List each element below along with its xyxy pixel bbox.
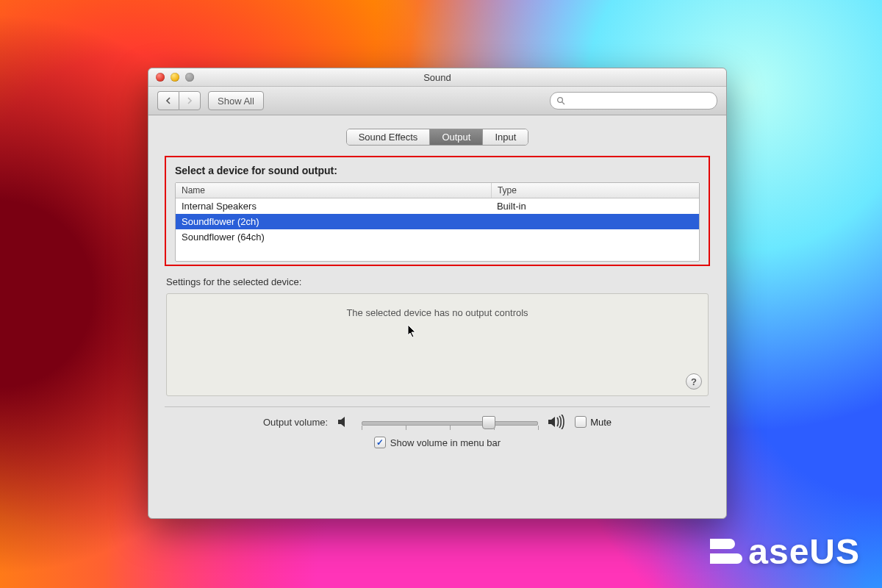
- device-type: [491, 214, 699, 229]
- device-name: Soundflower (64ch): [176, 229, 491, 245]
- output-volume-label: Output volume:: [263, 417, 328, 428]
- tab-sound-effects[interactable]: Sound Effects: [347, 129, 431, 145]
- show-volume-checkbox[interactable]: [374, 437, 386, 448]
- search-icon: [556, 96, 565, 105]
- slider-knob[interactable]: [482, 416, 495, 429]
- mute-label: Mute: [590, 417, 612, 428]
- show-volume-row: Show volume in menu bar: [165, 437, 710, 448]
- svg-line-1: [562, 102, 564, 104]
- search-field[interactable]: [550, 92, 717, 110]
- no-controls-message: The selected device has no output contro…: [346, 307, 528, 318]
- easeus-watermark: aseUS: [710, 531, 860, 572]
- forward-button[interactable]: [179, 91, 201, 110]
- col-header-name[interactable]: Name: [176, 183, 492, 198]
- settings-subtitle: Settings for the selected device:: [166, 276, 709, 287]
- device-type: [491, 229, 699, 245]
- easeus-logo-icon: [710, 536, 742, 568]
- device-name: Internal Speakers: [176, 198, 491, 214]
- col-header-type[interactable]: Type: [492, 183, 699, 198]
- device-row[interactable]: Soundflower (2ch): [176, 214, 699, 229]
- easeus-text: aseUS: [748, 531, 860, 572]
- mute-checkbox[interactable]: [575, 416, 587, 428]
- output-device-section: Select a device for sound output: Name T…: [165, 156, 710, 266]
- toolbar: Show All: [148, 87, 726, 115]
- show-volume-label: Show volume in menu bar: [390, 437, 501, 448]
- window-body: Sound Effects Output Input Select a devi…: [148, 115, 726, 518]
- device-type: Built-in: [491, 198, 699, 214]
- device-table: Name Type Internal Speakers Built-in Sou…: [175, 182, 700, 262]
- help-button[interactable]: ?: [686, 373, 702, 390]
- device-name: Soundflower (2ch): [176, 214, 491, 229]
- mute-checkbox-group: Mute: [575, 416, 612, 428]
- nav-buttons: [157, 91, 201, 110]
- window-title: Sound: [148, 72, 726, 83]
- sound-preferences-window: Sound Show All Sound Effects Output Inpu…: [148, 68, 727, 519]
- back-button[interactable]: [157, 91, 179, 110]
- device-row[interactable]: Internal Speakers Built-in: [176, 198, 699, 214]
- tab-output[interactable]: Output: [430, 129, 483, 145]
- window-titlebar: Sound: [148, 68, 726, 87]
- speaker-low-icon: [337, 415, 353, 429]
- table-row: [176, 245, 699, 261]
- device-row[interactable]: Soundflower (64ch): [176, 229, 699, 245]
- svg-point-0: [558, 98, 563, 103]
- device-settings-panel: The selected device has no output contro…: [166, 293, 709, 396]
- output-volume-slider[interactable]: [362, 415, 538, 429]
- search-input[interactable]: [570, 95, 711, 107]
- table-header: Name Type: [176, 183, 699, 198]
- section-title: Select a device for sound output:: [175, 165, 700, 176]
- speaker-high-icon: [547, 415, 566, 429]
- tab-input[interactable]: Input: [483, 129, 528, 145]
- show-all-button[interactable]: Show All: [208, 91, 264, 110]
- separator: [165, 406, 710, 407]
- tab-bar: Sound Effects Output Input: [346, 129, 529, 146]
- output-volume-row: Output volume: Mute: [165, 415, 710, 429]
